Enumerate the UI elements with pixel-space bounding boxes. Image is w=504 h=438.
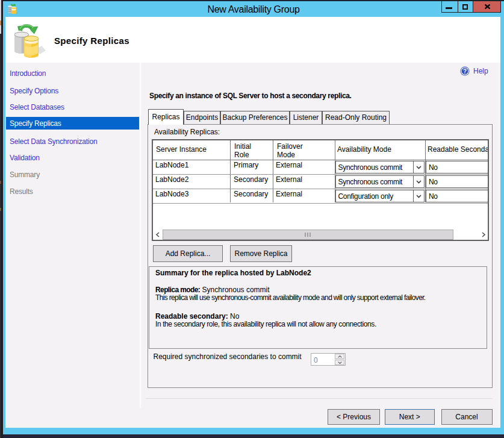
svg-text:?: ? [463,68,467,75]
